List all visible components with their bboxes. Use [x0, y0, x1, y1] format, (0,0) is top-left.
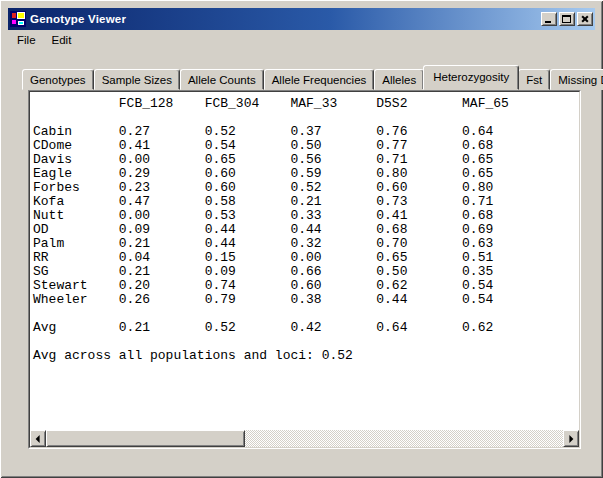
maximize-icon [562, 15, 571, 23]
window-title: Genotype Viewer [30, 13, 126, 25]
tab-fst[interactable]: Fst [518, 69, 550, 90]
genotype-viewer-window: Genotype Viewer File Edit GenotypesSampl… [0, 0, 603, 478]
menu-file[interactable]: File [9, 32, 44, 49]
tab-alleles[interactable]: Alleles [374, 69, 424, 90]
tab-missing-data[interactable]: Missing Data [550, 69, 603, 90]
maximize-button[interactable] [559, 12, 575, 26]
tab-heterozygosity[interactable]: Heterozygosity [423, 65, 519, 90]
close-button[interactable] [577, 12, 593, 26]
scrollbar-thumb[interactable] [46, 430, 245, 447]
window-controls [539, 12, 595, 26]
titlebar[interactable]: Genotype Viewer [8, 8, 595, 30]
minimize-icon [545, 21, 551, 23]
scrollbar-track[interactable] [46, 430, 563, 447]
menu-edit[interactable]: Edit [44, 32, 80, 49]
arrow-left-icon [36, 435, 40, 443]
content-panel-inner: FCB_128 FCB_304 MAF_33 D5S2 MAF_65 Cabin… [29, 91, 580, 448]
app-icon [10, 11, 26, 27]
tab-sample-sizes[interactable]: Sample Sizes [94, 69, 180, 90]
scroll-left-button[interactable] [30, 430, 46, 447]
content-panel: FCB_128 FCB_304 MAF_33 D5S2 MAF_65 Cabin… [28, 90, 581, 449]
menubar: File Edit [9, 31, 594, 50]
minimize-button[interactable] [541, 12, 557, 26]
arrow-right-icon [569, 435, 573, 443]
tab-allele-counts[interactable]: Allele Counts [180, 69, 264, 90]
tab-allele-frequencies[interactable]: Allele Frequencies [264, 69, 375, 90]
close-icon [578, 13, 592, 25]
tab-genotypes[interactable]: Genotypes [22, 69, 94, 90]
scroll-right-button[interactable] [563, 430, 579, 447]
horizontal-scrollbar[interactable] [30, 430, 579, 447]
tab-strip: GenotypesSample SizesAllele CountsAllele… [22, 65, 603, 90]
heterozygosity-text-grid[interactable]: FCB_128 FCB_304 MAF_33 D5S2 MAF_65 Cabin… [30, 92, 579, 363]
